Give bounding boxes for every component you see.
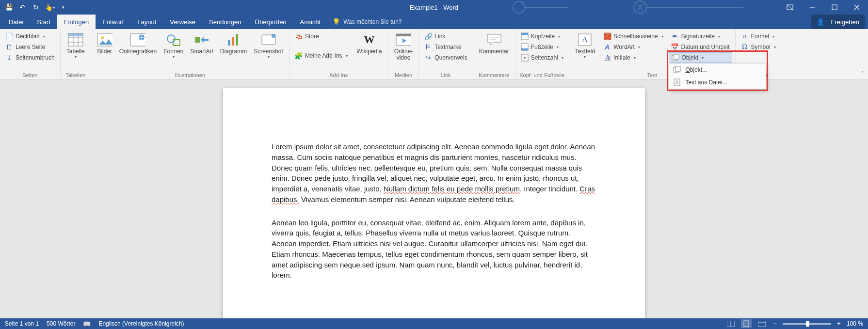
svg-rect-50 — [744, 321, 749, 327]
document-area[interactable]: Lorem ipsum dolor sit amet, consectetuer… — [0, 79, 868, 318]
kommentar-button[interactable]: Kommentar — [476, 31, 512, 55]
onlinevideo-button[interactable]: Online- video — [391, 31, 416, 61]
print-layout-view-button[interactable] — [741, 319, 752, 328]
formen-button[interactable]: Formen ▾ — [161, 31, 186, 59]
store-button[interactable]: 🛍 Store — [292, 31, 350, 42]
chevron-down-icon: ▾ — [772, 34, 774, 39]
objekt-menu-item-text-aus-datei[interactable]: Text aus Datei... — [669, 76, 766, 89]
status-page[interactable]: Seite 1 von 1 — [5, 320, 39, 327]
tab-datei[interactable]: Datei — [2, 15, 30, 29]
link-button[interactable]: 🔗 Link — [422, 31, 469, 42]
signaturzeile-button[interactable]: ✒ Signaturzeile ▾ — [669, 31, 732, 42]
deckblatt-button[interactable]: 📄 Deckblatt ▾ — [3, 31, 57, 42]
collapse-ribbon-button[interactable]: ˄ — [861, 71, 864, 77]
screenshot-button[interactable]: + Screenshot ▾ — [251, 31, 286, 59]
ribbon-display-options-icon[interactable] — [779, 0, 801, 15]
tab-start[interactable]: Start — [30, 15, 57, 29]
objekt-menu-label: Objekt... — [686, 66, 707, 73]
web-layout-view-button[interactable] — [756, 319, 767, 328]
seitenzahl-button[interactable]: # Seitenzahl ▾ — [518, 52, 566, 63]
objekt-menu-item-objekt[interactable]: Objekt... — [669, 63, 766, 76]
tab-sendungen[interactable]: Sendungen — [202, 15, 248, 29]
tab-einfuegen[interactable]: Einfügen — [57, 15, 96, 29]
chevron-down-icon: ▾ — [346, 54, 348, 58]
seitenumbruch-button[interactable]: ⤓ Seitenumbruch — [3, 52, 57, 63]
kopfzeile-button[interactable]: Kopfzeile ▾ — [518, 31, 566, 42]
schnellbausteine-button[interactable]: 🧱 Schnellbausteine ▾ — [601, 31, 665, 42]
smartart-label: SmartArt — [190, 48, 213, 55]
chevron-down-icon: ▾ — [584, 55, 586, 59]
save-icon[interactable]: 💾 — [3, 1, 15, 13]
link-label: Link — [434, 33, 445, 40]
textmarke-button[interactable]: 🏳 Textmarke — [422, 42, 469, 52]
window-controls — [779, 0, 868, 15]
paragraph-1-text-c: Vivamus elementum semper nisi. Aenean vu… — [299, 195, 515, 204]
initiale-button[interactable]: A Initiale ▾ — [601, 52, 665, 63]
status-language[interactable]: Englisch (Vereinigtes Königreich) — [98, 320, 184, 327]
share-button[interactable]: 👤⁺ Freigeben — [811, 15, 865, 29]
tab-ansicht[interactable]: Ansicht — [293, 15, 328, 29]
objekt-button[interactable]: Objekt ▾ — [669, 52, 732, 63]
formel-button[interactable]: π Formel ▾ — [739, 31, 778, 42]
read-mode-view-button[interactable] — [725, 319, 736, 328]
tab-layout[interactable]: Layout — [130, 15, 163, 29]
proofing-icon[interactable]: 📖 — [83, 320, 91, 328]
equation-icon: π — [741, 32, 749, 40]
undo-icon[interactable]: ↶ — [16, 1, 28, 13]
bilder-label: Bilder — [97, 48, 112, 55]
symbol-button[interactable]: Ω Symbol ▾ — [739, 42, 778, 52]
zoom-slider-thumb[interactable] — [806, 321, 809, 327]
minimize-button[interactable] — [801, 0, 823, 15]
signaturzeile-label: Signaturzeile — [681, 33, 715, 40]
wordart-label: WordArt — [613, 44, 635, 50]
meine-addins-label: Meine Add-Ins — [305, 52, 342, 59]
tabelle-label: Tabelle — [66, 48, 85, 55]
svg-rect-4 — [832, 5, 837, 10]
touch-mode-icon[interactable]: 👆▾ — [44, 1, 55, 13]
document-page[interactable]: Lorem ipsum dolor sit amet, consectetuer… — [223, 88, 645, 318]
group-label-kopffuss: Kopf- und Fußzeile — [515, 72, 569, 78]
datum-uhrzeit-button[interactable]: 📅 Datum und Uhrzeit — [669, 42, 732, 52]
store-label: Store — [305, 33, 319, 40]
textfeld-button[interactable]: A Textfeld ▾ — [572, 31, 598, 59]
leere-seite-button[interactable]: 🗋 Leere Seite — [3, 42, 57, 52]
qat-customize-icon[interactable]: ▾ — [57, 1, 69, 13]
close-button[interactable] — [846, 0, 868, 15]
ribbon-tabs: Datei Start Einfügen Entwurf Layout Verw… — [0, 15, 868, 29]
seitenumbruch-label: Seitenumbruch — [16, 54, 55, 61]
share-label: Freigeben — [831, 18, 859, 26]
redo-icon[interactable]: ↻ — [30, 1, 42, 13]
zoom-out-button[interactable]: − — [772, 320, 778, 327]
bilder-button[interactable]: Bilder — [94, 31, 115, 55]
wordart-button[interactable]: A WordArt ▾ — [601, 42, 665, 52]
onlinevideo-label-1: Online- — [394, 48, 413, 55]
querverweis-button[interactable]: ↪ Querverweis — [422, 52, 469, 63]
diagramm-button[interactable]: Diagramm — [217, 31, 250, 55]
meine-addins-button[interactable]: 🧩 Meine Add-Ins ▾ — [292, 50, 350, 61]
paragraph-2[interactable]: Aenean leo ligula, porttitor eu, consequ… — [272, 218, 596, 281]
status-word-count[interactable]: 500 Wörter — [47, 320, 75, 327]
window-title: Example1 - Word — [410, 4, 458, 11]
tab-ueberpruefen[interactable]: Überprüfen — [248, 15, 293, 29]
zoom-level[interactable]: 100 % — [847, 320, 863, 327]
zoom-in-button[interactable]: + — [836, 320, 842, 327]
maximize-button[interactable] — [823, 0, 846, 15]
svg-rect-43 — [675, 66, 680, 71]
tabelle-button[interactable]: Tabelle ▾ — [64, 31, 88, 59]
chevron-down-icon: ▾ — [268, 55, 270, 59]
wikipedia-button[interactable]: W Wikipedia — [354, 31, 385, 55]
tab-verweise[interactable]: Verweise — [163, 15, 202, 29]
svg-point-15 — [167, 35, 175, 43]
paragraph-1[interactable]: Lorem ipsum dolor sit amet, consectetuer… — [272, 141, 596, 205]
tab-entwurf[interactable]: Entwurf — [96, 15, 130, 29]
hyperlink-icon: 🔗 — [424, 32, 432, 40]
smartart-button[interactable]: SmartArt — [187, 31, 216, 55]
tell-me-search[interactable]: 💡 Was möchten Sie tun? — [327, 15, 406, 29]
object-icon — [672, 54, 679, 62]
fusszeile-button[interactable]: Fußzeile ▾ — [518, 42, 566, 52]
group-medien: Online- video Medien — [388, 29, 419, 79]
zoom-slider[interactable] — [783, 323, 831, 325]
svg-rect-41 — [674, 54, 679, 59]
onlinegrafiken-button[interactable]: Onlinegrafiken — [116, 31, 160, 55]
tell-me-placeholder: Was möchten Sie tun? — [343, 18, 402, 25]
